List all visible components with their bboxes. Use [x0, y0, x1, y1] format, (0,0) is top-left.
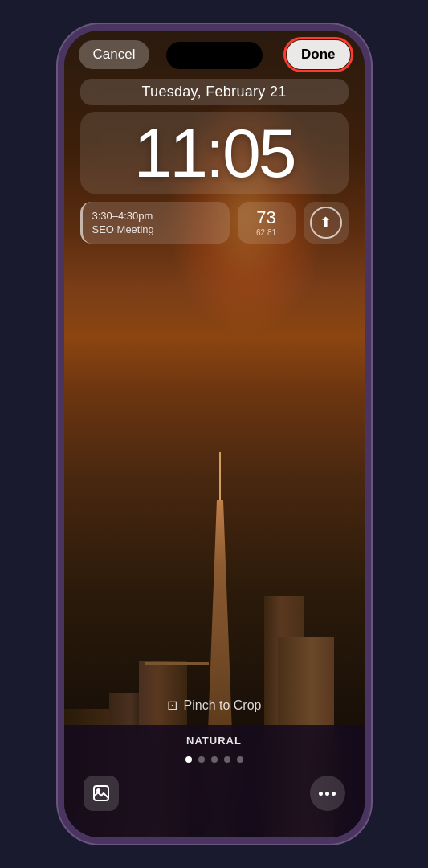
bottom-icons-row: [64, 776, 365, 811]
compass-circle: ⬆: [310, 207, 342, 239]
calendar-event-time: 3:30–4:30pm: [92, 210, 220, 222]
photo-icon: [92, 784, 111, 803]
cancel-button[interactable]: Cancel: [79, 40, 150, 69]
top-buttons: Cancel Done: [64, 40, 365, 69]
svg-point-1: [97, 789, 100, 792]
pinch-to-crop-text: Pinch to Crop: [184, 698, 262, 713]
calendar-widget[interactable]: 3:30–4:30pm SEO Meeting: [80, 202, 230, 244]
crop-icon: ⊡: [167, 698, 177, 713]
dots-row: [185, 756, 243, 763]
more-options-button[interactable]: [310, 776, 345, 811]
weather-sub: 62 81: [256, 228, 276, 237]
more-dot-2: [325, 792, 329, 796]
photo-gallery-button[interactable]: [84, 776, 119, 811]
time-text: 11:05: [93, 118, 336, 187]
filter-label: NATURAL: [186, 735, 242, 747]
time-widget[interactable]: 11:05: [80, 112, 349, 194]
dot-4[interactable]: [224, 756, 230, 763]
weather-widget[interactable]: 73 62 81: [238, 202, 296, 244]
tower-antenna: [219, 452, 221, 500]
date-widget[interactable]: Tuesday, February 21: [80, 79, 349, 105]
dot-2[interactable]: [198, 756, 205, 763]
dot-3[interactable]: [211, 756, 218, 763]
weather-temp: 73: [256, 209, 275, 227]
done-highlight-ring: [283, 37, 353, 72]
bottom-bar: NATURAL: [64, 725, 365, 837]
done-button-wrapper: Done: [287, 40, 350, 69]
phone-frame: Cancel Done Tuesday, February 21 11:05 3…: [58, 24, 371, 844]
power-button[interactable]: [369, 191, 371, 256]
widgets-row: 3:30–4:30pm SEO Meeting 73 62 81 ⬆: [80, 202, 349, 244]
mute-switch[interactable]: [58, 143, 59, 175]
building-crane: [145, 662, 209, 665]
date-text: Tuesday, February 21: [141, 84, 286, 100]
lock-content: Tuesday, February 21 11:05 3:30–4:30pm S…: [64, 79, 365, 244]
volume-down-button[interactable]: [58, 260, 59, 316]
compass-widget[interactable]: ⬆: [304, 202, 349, 244]
more-dot-1: [319, 792, 323, 796]
pinch-to-crop-label: ⊡ Pinch to Crop: [64, 698, 365, 713]
more-dot-3: [332, 792, 336, 796]
volume-up-button[interactable]: [58, 191, 59, 248]
dot-5[interactable]: [237, 756, 243, 763]
dot-1[interactable]: [185, 756, 192, 763]
calendar-event-title: SEO Meeting: [92, 223, 220, 235]
compass-arrow-icon: ⬆: [320, 214, 332, 231]
